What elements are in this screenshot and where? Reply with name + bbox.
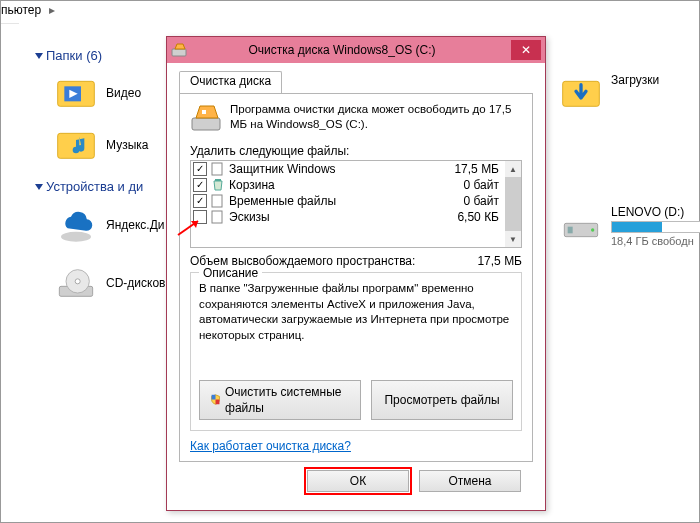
file-icon [211,162,225,176]
chevron-right-icon: ▸ [45,3,59,17]
cancel-button[interactable]: Отмена [419,470,521,492]
cloud-disk-icon [56,205,96,245]
description-group: Описание В папке "Загруженные файлы прог… [190,272,522,431]
left-pane-edge [1,23,19,494]
checkbox[interactable]: ✓ [193,178,207,192]
dialog-titlebar[interactable]: Очистка диска Windows8_OS (C:) ✕ [167,37,545,63]
svg-point-4 [61,232,91,242]
disk-cleanup-dialog: Очистка диска Windows8_OS (C:) ✕ Очистка… [166,36,546,511]
folder-label: Музыка [106,138,148,152]
svg-rect-15 [212,163,222,175]
tab-disk-cleanup[interactable]: Очистка диска [179,71,282,93]
disk-cleanup-large-icon [190,102,222,134]
svg-rect-20 [216,399,220,404]
folder-label: Загрузки [611,73,659,87]
drive-item-yandex-disk[interactable]: Яндекс.Ди [56,205,165,245]
button-label: Отмена [448,474,491,488]
description-text: В папке "Загруженные файлы программ" вре… [199,281,513,370]
scroll-thumb[interactable] [505,177,521,231]
scrollbar[interactable]: ▲ ▼ [505,161,521,247]
description-legend: Описание [199,265,262,281]
file-icon [211,210,225,224]
tab-panel: Программа очистки диска может освободить… [179,93,533,462]
scroll-down-button[interactable]: ▼ [505,231,521,247]
view-files-button[interactable]: Просмотреть файлы [371,380,513,420]
folder-item-downloads[interactable]: Загрузки [561,73,659,113]
file-name: Эскизы [229,210,435,224]
breadcrumb[interactable]: пьютер ▸ [1,3,59,17]
svg-rect-13 [192,118,220,130]
caret-down-icon [35,53,43,59]
cd-drive-icon [56,263,96,303]
button-label: Просмотреть файлы [384,392,499,408]
group-header-label: Устройства и ди [46,179,143,194]
svg-point-7 [75,279,80,284]
svg-rect-17 [212,195,222,207]
folder-label: Видео [106,86,141,100]
svg-rect-18 [212,211,222,223]
file-size: 0 байт [439,178,503,192]
drive-label: LENOVO (D:) [611,205,700,219]
drive-label: Яндекс.Ди [106,218,165,232]
button-label: Очистить системные файлы [225,384,350,416]
file-row-temp-files[interactable]: ✓ Временные файлы 0 байт [191,193,505,209]
file-row-defender[interactable]: ✓ Защитник Windows 17,5 МБ [191,161,505,177]
drive-item-cd[interactable]: CD-дисков [56,263,165,303]
how-it-works-link[interactable]: Как работает очистка диска? [190,439,351,453]
drive-usage-bar [611,221,700,233]
group-header-devices[interactable]: Устройства и ди [36,179,143,194]
file-row-thumbnails[interactable]: Эскизы 6,50 КБ [191,209,505,225]
file-size: 0 байт [439,194,503,208]
file-list: ✓ Защитник Windows 17,5 МБ ✓ Корзина 0 б… [190,160,522,248]
svg-rect-10 [568,227,573,234]
file-row-recycle-bin[interactable]: ✓ Корзина 0 байт [191,177,505,193]
drive-free-space: 18,4 ГБ свободн [611,235,700,247]
checkbox[interactable]: ✓ [193,194,207,208]
file-name: Защитник Windows [229,162,435,176]
recycle-bin-icon [211,178,225,192]
folder-item-video[interactable]: Видео [56,73,141,113]
downloads-folder-icon [561,73,601,113]
svg-point-11 [591,228,594,231]
close-button[interactable]: ✕ [511,40,541,60]
clean-system-files-button[interactable]: Очистить системные файлы [199,380,361,420]
close-icon: ✕ [521,43,531,57]
music-folder-icon [56,125,96,165]
file-size: 17,5 МБ [439,162,503,176]
button-label: ОК [350,474,366,488]
drive-label: CD-дисков [106,276,165,290]
total-value: 17,5 МБ [477,254,522,268]
checkbox[interactable] [193,210,207,224]
svg-rect-19 [212,395,216,400]
scroll-up-button[interactable]: ▲ [505,161,521,177]
video-folder-icon [56,73,96,113]
shield-icon [210,393,221,407]
group-header-folders[interactable]: Папки (6) [36,48,102,63]
group-header-label: Папки (6) [46,48,102,63]
file-name: Корзина [229,178,435,192]
drive-item-lenovo-d[interactable]: LENOVO (D:) 18,4 ГБ свободн [561,205,700,247]
breadcrumb-segment: пьютер [1,3,41,17]
svg-rect-14 [202,110,206,114]
folder-item-music[interactable]: Музыка [56,125,148,165]
caret-down-icon [35,184,43,190]
intro-text: Программа очистки диска может освободить… [230,102,522,134]
file-icon [211,194,225,208]
delete-files-label: Удалить следующие файлы: [190,144,522,158]
file-size: 6,50 КБ [439,210,503,224]
file-name: Временные файлы [229,194,435,208]
ok-button[interactable]: ОК [307,470,409,492]
checkbox[interactable]: ✓ [193,162,207,176]
dialog-title: Очистка диска Windows8_OS (C:) [173,43,511,57]
hdd-icon [561,205,601,245]
svg-rect-16 [215,179,221,181]
